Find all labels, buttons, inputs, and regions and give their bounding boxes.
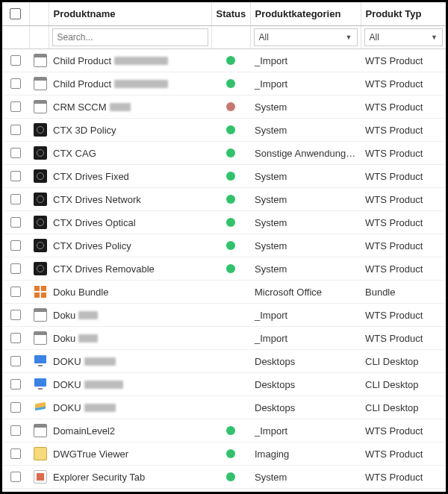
- product-name: DWGTrue Viewer: [53, 448, 128, 460]
- layers-icon: [34, 401, 47, 414]
- ctx-icon: [34, 216, 47, 229]
- table-row[interactable]: CTX Drives NetworkSystemWTS Product: [2, 188, 446, 211]
- row-checkbox[interactable]: [10, 425, 21, 436]
- product-category: Sonstige Anwendungen: [250, 142, 361, 165]
- header-status[interactable]: Status: [211, 2, 250, 26]
- row-checkbox[interactable]: [10, 217, 21, 228]
- table-row[interactable]: DWGTrue ViewerImagingWTS Product: [2, 443, 446, 466]
- ctx-icon: [34, 193, 47, 206]
- product-name: CTX Drives Optical: [53, 217, 136, 228]
- ctx-icon: [34, 169, 47, 183]
- product-category: System: [250, 211, 361, 234]
- status-dot-green: [226, 56, 235, 65]
- table-row[interactable]: D0-Operators Desktop_ImportWTS Product: [2, 489, 446, 495]
- row-checkbox[interactable]: [10, 55, 21, 66]
- table-row[interactable]: DOKUDesktopsCLI Desktop: [2, 350, 446, 373]
- table-row[interactable]: DomainLevel2_ImportWTS Product: [2, 419, 446, 443]
- table-row[interactable]: CTX CAGSonstige AnwendungenWTS Product: [2, 142, 446, 165]
- product-name: CTX Drives Network: [53, 194, 141, 205]
- row-checkbox[interactable]: [10, 379, 21, 390]
- product-name: DOKU: [53, 356, 81, 367]
- window-icon: [34, 77, 47, 90]
- product-category: _Import: [250, 489, 361, 495]
- table-row[interactable]: CTX Drives RemovableSystemWTS Product: [2, 257, 446, 281]
- status-dot-green: [226, 449, 235, 458]
- table-row[interactable]: Explorer Security TabSystemWTS Product: [2, 466, 446, 489]
- product-category: _Import: [250, 327, 361, 350]
- product-name: DOKU: [53, 379, 81, 390]
- table-row[interactable]: CTX 3D PolicySystemWTS Product: [2, 119, 446, 142]
- product-type: Bundle: [361, 281, 446, 304]
- row-checkbox[interactable]: [10, 333, 21, 343]
- row-checkbox[interactable]: [10, 402, 21, 413]
- redacted-text: [84, 404, 116, 412]
- status-dot-green: [226, 218, 235, 227]
- product-category: _Import: [250, 72, 361, 96]
- row-checkbox[interactable]: [10, 125, 21, 135]
- product-type: CLI Desktop: [361, 396, 446, 419]
- product-name: Child Product: [53, 78, 111, 90]
- dwg-icon: [34, 447, 47, 460]
- redacted-text: [114, 57, 168, 65]
- row-checkbox[interactable]: [10, 171, 21, 181]
- redacted-text: [78, 334, 98, 343]
- row-checkbox[interactable]: [10, 240, 21, 251]
- table-row[interactable]: Doku BundleMicrosoft OfficeBundle: [2, 281, 446, 304]
- product-type: CLI Desktop: [361, 350, 446, 373]
- product-name: DomainLevel2: [53, 425, 115, 437]
- table-row[interactable]: CTX Drives PolicySystemWTS Product: [2, 234, 446, 257]
- product-type: WTS Product: [361, 234, 446, 257]
- redacted-text: [84, 357, 116, 366]
- status-dot-green: [226, 195, 235, 204]
- product-name: CTX Drives Removable: [53, 263, 155, 275]
- monitor-icon: [34, 378, 47, 391]
- window-icon: [34, 424, 47, 437]
- table-row[interactable]: DOKUDesktopsCLI Desktop: [2, 396, 446, 419]
- row-checkbox[interactable]: [10, 148, 21, 158]
- status-dot-green: [226, 241, 235, 250]
- row-checkbox[interactable]: [10, 101, 21, 112]
- status-dot-green: [226, 426, 235, 435]
- table-row[interactable]: Doku_ImportWTS Product: [2, 304, 446, 327]
- ctx-icon: [34, 262, 47, 275]
- product-category: System: [250, 119, 361, 142]
- row-checkbox[interactable]: [10, 78, 21, 89]
- status-dot-green: [226, 264, 235, 273]
- product-name: Doku: [53, 310, 75, 321]
- table-row[interactable]: CRM SCCMSystemWTS Product: [2, 96, 446, 119]
- product-type: WTS Product: [361, 327, 446, 350]
- product-category: Desktops: [250, 373, 361, 396]
- product-table: Produktname Status Produktkategorien Pro…: [2, 2, 446, 494]
- table-row[interactable]: Doku_ImportWTS Product: [2, 327, 446, 350]
- table-row[interactable]: DOKUDesktopsCLI Desktop: [2, 373, 446, 396]
- row-checkbox[interactable]: [10, 287, 21, 297]
- row-checkbox[interactable]: [10, 356, 21, 366]
- row-checkbox[interactable]: [10, 194, 21, 204]
- table-row[interactable]: Child Product_ImportWTS Product: [2, 72, 446, 96]
- window-icon: [34, 331, 47, 345]
- select-all-checkbox[interactable]: [10, 8, 21, 19]
- type-filter-dropdown[interactable]: All ▼: [364, 28, 444, 46]
- type-filter-value: All: [370, 32, 379, 43]
- header-name[interactable]: Produktname: [49, 2, 211, 26]
- redacted-text: [110, 103, 131, 111]
- ctx-icon: [34, 146, 47, 160]
- row-checkbox[interactable]: [10, 310, 21, 320]
- table-row[interactable]: CTX Drives OpticalSystemWTS Product: [2, 211, 446, 234]
- category-filter-dropdown[interactable]: All ▼: [254, 28, 358, 46]
- header-type[interactable]: Produkt Typ: [361, 2, 446, 26]
- window-icon: [34, 54, 47, 67]
- product-type: WTS Product: [361, 211, 446, 234]
- sec-icon: [34, 470, 47, 484]
- table-row[interactable]: Child Product_ImportWTS Product: [2, 49, 446, 72]
- header-category[interactable]: Produktkategorien: [250, 2, 361, 26]
- row-checkbox[interactable]: [10, 472, 21, 482]
- search-input[interactable]: [52, 28, 208, 46]
- row-checkbox[interactable]: [10, 448, 21, 459]
- product-category: Desktops: [250, 396, 361, 419]
- header-row: Produktname Status Produktkategorien Pro…: [2, 2, 446, 26]
- product-type: WTS Product: [361, 489, 446, 495]
- table-row[interactable]: CTX Drives FixedSystemWTS Product: [2, 165, 446, 188]
- row-checkbox[interactable]: [10, 263, 21, 274]
- product-name: DOKU: [53, 402, 81, 413]
